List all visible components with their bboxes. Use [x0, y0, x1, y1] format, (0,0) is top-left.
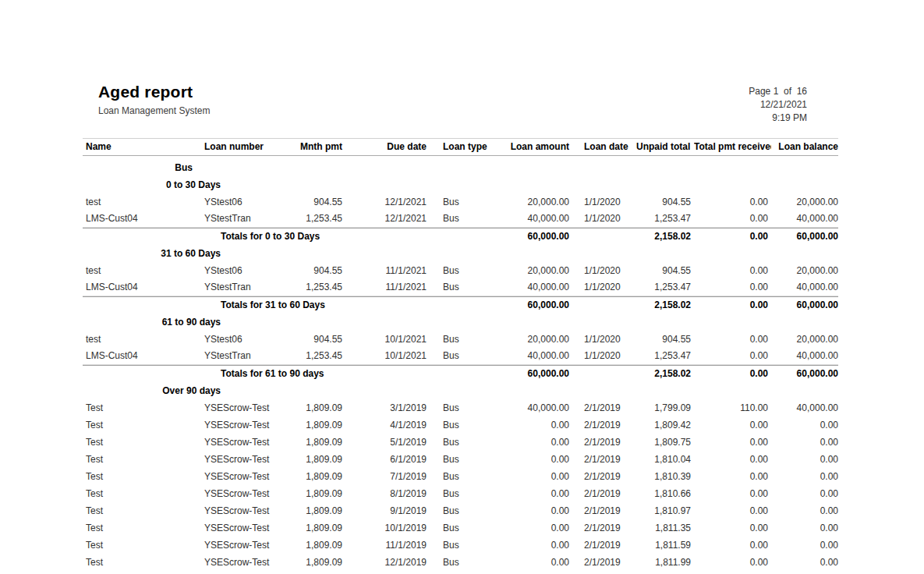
cell-mnth-pmt: 1,809.09 — [289, 451, 346, 468]
totals-unpaid-total: 2,158.02 — [628, 366, 694, 382]
cell-total-pmt-received: 0.00 — [694, 537, 771, 554]
cell-loan-type: Bus — [430, 434, 490, 451]
cell-loan-balance: 20,000.00 — [771, 331, 838, 348]
cell-loan-balance: 20,000.00 — [771, 262, 838, 279]
cell-mnth-pmt: 1,809.09 — [289, 554, 346, 571]
cell-total-pmt-received: 0.00 — [694, 211, 771, 227]
cell-name: LMS-Cust04 — [83, 211, 204, 227]
cell-loan-number: YStest06 — [204, 193, 289, 211]
cell-loan-type: Bus — [430, 502, 490, 519]
table-row: TestYSEScrow-Test1,809.096/1/2019Bus0.00… — [83, 451, 838, 468]
cell-mnth-pmt: 1,809.09 — [289, 485, 346, 502]
cell-loan-type: Bus — [430, 348, 490, 364]
cell-loan-date: 2/1/2019 — [572, 399, 628, 416]
cell-loan-balance: 0.00 — [771, 434, 838, 451]
cell-loan-amount: 20,000.00 — [490, 331, 572, 348]
cell-loan-amount: 0.00 — [490, 434, 572, 451]
cell-loan-balance: 0.00 — [771, 537, 838, 554]
cell-loan-amount: 40,000.00 — [490, 211, 572, 227]
cell-due-date: 11/1/2019 — [346, 537, 430, 554]
cell-loan-amount: 40,000.00 — [490, 399, 572, 416]
table-row: TestYSEScrow-Test1,809.0910/1/2019Bus0.0… — [83, 519, 838, 537]
cell-due-date: 9/1/2019 — [346, 502, 430, 519]
cell-name: Test — [83, 519, 204, 537]
group-label-row: 61 to 90 days — [83, 314, 838, 331]
totals-row: Totals for 0 to 30 Days60,000.002,158.02… — [83, 228, 838, 245]
cell-loan-number: YStest06 — [204, 331, 289, 348]
cell-loan-number: YSEScrow-Test — [204, 399, 289, 416]
cell-total-pmt-received: 0.00 — [694, 416, 771, 434]
table-row: TestYSEScrow-Test1,809.094/1/2019Bus0.00… — [83, 416, 838, 434]
cell-unpaid-total: 1,811.59 — [628, 537, 694, 554]
cell-mnth-pmt: 1,809.09 — [289, 416, 346, 434]
group-label-row: Bus — [83, 159, 838, 176]
cell-due-date: 10/1/2021 — [346, 348, 430, 364]
table-row: testYStest06904.5510/1/2021Bus20,000.001… — [83, 331, 838, 348]
column-header-loan-date: Loan date — [572, 141, 628, 152]
cell-due-date: 12/1/2019 — [346, 554, 430, 571]
report-time: 9:19 PM — [749, 112, 807, 125]
totals-unpaid-total: 2,158.02 — [628, 229, 694, 245]
cell-loan-amount: 40,000.00 — [490, 279, 572, 296]
cell-loan-amount: 0.00 — [490, 451, 572, 468]
cell-name: Test — [83, 537, 204, 554]
cell-name: test — [83, 262, 204, 279]
cell-due-date: 5/1/2019 — [346, 434, 430, 451]
page-info: Page 1 of 1612/21/20219:19 PM — [749, 85, 807, 125]
cell-total-pmt-received: 0.00 — [694, 485, 771, 502]
cell-loan-amount: 20,000.00 — [490, 193, 572, 211]
table-row: testYStest06904.5512/1/2021Bus20,000.001… — [83, 193, 838, 211]
cell-loan-date: 1/1/2020 — [572, 348, 628, 364]
cell-mnth-pmt: 1,809.09 — [289, 434, 346, 451]
column-header-name: Name — [83, 141, 204, 152]
cell-total-pmt-received: 110.00 — [694, 399, 771, 416]
table-row: TestYSEScrow-Test1,809.0911/1/2019Bus0.0… — [83, 537, 838, 554]
cell-loan-amount: 0.00 — [490, 502, 572, 519]
cell-loan-type: Bus — [430, 451, 490, 468]
totals-loan-amount: 60,000.00 — [490, 297, 572, 314]
totals-label: Totals for 31 to 60 Days — [83, 297, 490, 314]
page-title: Aged report — [98, 83, 193, 101]
cell-loan-balance: 0.00 — [771, 468, 838, 485]
column-header-loan-balance: Loan balance — [771, 141, 838, 152]
cell-due-date: 11/1/2021 — [346, 279, 430, 296]
cell-unpaid-total: 1,809.75 — [628, 434, 694, 451]
cell-loan-date: 1/1/2020 — [572, 279, 628, 296]
totals-loan-amount: 60,000.00 — [490, 229, 572, 245]
totals-row: Totals for 31 to 60 Days60,000.002,158.0… — [83, 296, 838, 314]
cell-loan-type: Bus — [430, 537, 490, 554]
cell-loan-balance: 0.00 — [771, 451, 838, 468]
column-header-loan-amount: Loan amount — [490, 141, 572, 152]
group-label-row: 0 to 30 Days — [83, 176, 838, 193]
cell-total-pmt-received: 0.00 — [694, 554, 771, 571]
page-number: Page 1 of 16 — [749, 85, 807, 98]
cell-loan-date: 1/1/2020 — [572, 211, 628, 227]
cell-total-pmt-received: 0.00 — [694, 193, 771, 211]
column-header-due-date: Due date — [346, 141, 430, 152]
cell-due-date: 11/1/2021 — [346, 262, 430, 279]
cell-name: Test — [83, 399, 204, 416]
cell-mnth-pmt: 1,809.09 — [289, 399, 346, 416]
cell-loan-number: YStestTran — [204, 211, 289, 227]
cell-loan-number: YSEScrow-Test — [204, 434, 289, 451]
column-header-total-pmt-received: Total pmt received — [694, 141, 771, 152]
cell-unpaid-total: 904.55 — [628, 193, 694, 211]
cell-mnth-pmt: 904.55 — [289, 193, 346, 211]
cell-loan-balance: 0.00 — [771, 554, 838, 571]
cell-loan-type: Bus — [430, 399, 490, 416]
group-level2-label: 61 to 90 days — [83, 314, 221, 331]
column-header-unpaid-total: Unpaid total — [628, 141, 694, 152]
table-row: LMS-Cust04YStestTran1,253.4510/1/2021Bus… — [83, 348, 838, 365]
cell-loan-number: YStestTran — [204, 279, 289, 296]
group-label-row: Over 90 days — [83, 382, 838, 399]
cell-unpaid-total: 1,810.66 — [628, 485, 694, 502]
cell-due-date: 8/1/2019 — [346, 485, 430, 502]
cell-unpaid-total: 1,253.47 — [628, 279, 694, 296]
totals-row: Totals for 61 to 90 days60,000.002,158.0… — [83, 365, 838, 382]
cell-unpaid-total: 1,810.04 — [628, 451, 694, 468]
group-level2-label: Over 90 days — [83, 382, 221, 399]
cell-loan-amount: 0.00 — [490, 519, 572, 537]
table-row: TestYSEScrow-Test1,809.093/1/2019Bus40,0… — [83, 399, 838, 416]
cell-loan-balance: 0.00 — [771, 416, 838, 434]
cell-loan-type: Bus — [430, 519, 490, 537]
